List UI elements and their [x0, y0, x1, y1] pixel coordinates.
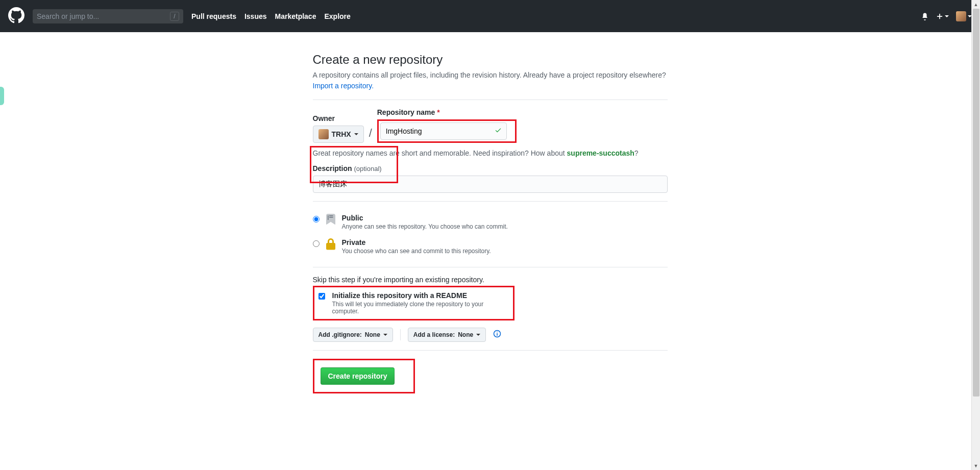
subhead-text: A repository contains all project files,… [313, 71, 666, 79]
import-repo-link[interactable]: Import a repository. [313, 82, 374, 90]
caret-down-icon [476, 334, 480, 336]
nav-pull-requests[interactable]: Pull requests [191, 12, 236, 20]
repo-public-icon [325, 214, 337, 228]
skip-step-text: Skip this step if you're importing an ex… [313, 276, 668, 284]
caret-down-icon [945, 15, 949, 17]
hint-pre: Great repository names are short and mem… [313, 149, 567, 157]
scrollbar-thumb[interactable] [973, 9, 979, 397]
search-container[interactable]: / [33, 9, 183, 23]
owner-avatar [318, 129, 329, 139]
page-subhead: A repository contains all project files,… [313, 70, 668, 91]
avatar [956, 11, 966, 21]
owner-select-button[interactable]: TRHX [313, 126, 364, 143]
hint-post: ? [634, 149, 639, 157]
page-title: Create a new repository [313, 53, 668, 67]
gitignore-value: None [365, 331, 380, 338]
repo-name-input-wrap [380, 122, 507, 140]
owner-repo-line: Owner TRHX / Repository name * [313, 108, 668, 143]
description-input[interactable] [313, 176, 668, 193]
visibility-public-row[interactable]: Public Anyone can see this repository. Y… [313, 210, 668, 234]
options-row: Add .gitignore: None Add a license: None [313, 328, 668, 342]
highlight-repo-name [377, 119, 517, 143]
required-star-icon: * [437, 108, 439, 116]
check-icon [495, 127, 502, 136]
header-right [921, 11, 972, 21]
visibility-public-title: Public [342, 214, 508, 222]
main-content: Create a new repository A repository con… [313, 32, 668, 424]
repo-name-label-text: Repository name [377, 108, 435, 116]
owner-label: Owner [313, 114, 364, 122]
description-input-wrap: Description (optional) [313, 164, 668, 193]
license-value: None [458, 331, 473, 338]
visibility-public-text: Public Anyone can see this repository. Y… [342, 214, 508, 230]
visibility-public-radio[interactable] [313, 216, 320, 222]
add-gitignore-button[interactable]: Add .gitignore: None [313, 328, 393, 342]
init-readme-checkbox[interactable] [318, 293, 325, 300]
global-header: / Pull requests Issues Marketplace Explo… [0, 0, 980, 32]
notifications-icon[interactable] [921, 12, 929, 20]
visibility-private-title: Private [342, 238, 491, 246]
desc-label-text: Description [313, 164, 352, 172]
divider [313, 267, 668, 267]
info-icon[interactable] [493, 330, 501, 340]
scroll-up-button[interactable]: ▲ [972, 0, 980, 9]
name-suggestion[interactable]: supreme-succotash [567, 149, 634, 157]
divider [313, 201, 668, 202]
repo-name-input[interactable] [380, 122, 507, 140]
github-logo-icon[interactable] [8, 7, 24, 26]
left-edge-accent [0, 87, 4, 105]
nav-marketplace[interactable]: Marketplace [275, 12, 316, 20]
divider [313, 350, 668, 351]
license-label: Add a license: [413, 331, 455, 338]
description-label: Description (optional) [313, 164, 668, 172]
slash-shortcut-icon: / [170, 12, 179, 21]
owner-name: TRHX [332, 130, 351, 138]
readme-title: Initialize this repository with a README [332, 291, 509, 300]
path-separator: / [367, 127, 374, 143]
create-new-dropdown[interactable] [936, 13, 949, 20]
highlight-create-button: Create repository [313, 359, 415, 393]
divider [313, 100, 668, 100]
readme-text: Initialize this repository with a README… [332, 291, 509, 315]
vertical-separator [400, 329, 401, 340]
owner-field: Owner TRHX [313, 114, 364, 143]
lock-icon [325, 238, 337, 253]
create-repository-button[interactable]: Create repository [321, 367, 395, 385]
readme-desc: This will let you immediately clone the … [332, 301, 509, 315]
highlight-readme: Initialize this repository with a README… [313, 286, 514, 320]
readme-row[interactable]: Initialize this repository with a README… [318, 291, 509, 315]
vertical-scrollbar[interactable]: ▲ ▼ [971, 0, 980, 424]
repo-name-field-group: Repository name * [377, 108, 517, 143]
visibility-private-desc: You choose who can see and commit to thi… [342, 248, 491, 255]
visibility-private-row[interactable]: Private You choose who can see and commi… [313, 234, 668, 259]
desc-optional-text: (optional) [354, 165, 381, 172]
caret-down-icon [383, 334, 387, 336]
gitignore-label: Add .gitignore: [318, 331, 362, 338]
visibility-block: Public Anyone can see this repository. Y… [313, 210, 668, 259]
top-nav: Pull requests Issues Marketplace Explore [191, 12, 351, 20]
user-menu[interactable] [956, 11, 972, 21]
nav-explore[interactable]: Explore [324, 12, 350, 20]
search-input[interactable] [37, 12, 170, 20]
visibility-private-text: Private You choose who can see and commi… [342, 238, 491, 255]
name-hint: Great repository names are short and mem… [313, 149, 668, 157]
description-block: Description (optional) [313, 164, 668, 193]
nav-issues[interactable]: Issues [244, 12, 267, 20]
visibility-public-desc: Anyone can see this repository. You choo… [342, 223, 508, 230]
repo-name-label: Repository name * [377, 108, 517, 116]
visibility-private-radio[interactable] [313, 240, 320, 247]
add-license-button[interactable]: Add a license: None [408, 328, 486, 342]
caret-down-icon [354, 133, 358, 135]
